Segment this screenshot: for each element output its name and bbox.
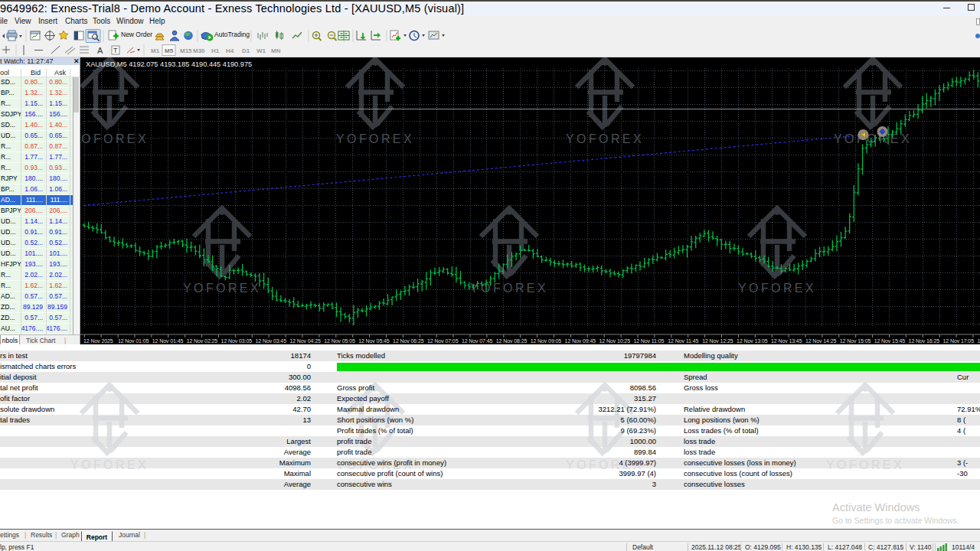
svg-text:YOFOREX: YOFOREX — [566, 132, 644, 145]
svg-text:12 Nov 12:25: 12 Nov 12:25 — [702, 338, 733, 344]
svg-text:12 Nov 17:45: 12 Nov 17:45 — [977, 338, 980, 344]
svg-text:12 Nov 13:05: 12 Nov 13:05 — [737, 338, 768, 344]
svg-text:12 Nov 16:25: 12 Nov 16:25 — [909, 338, 940, 344]
svg-text:12 Nov 03:45: 12 Nov 03:45 — [256, 338, 287, 344]
svg-text:12 Nov 03:05: 12 Nov 03:05 — [221, 338, 253, 344]
svg-text:12 Nov 11:05: 12 Nov 11:05 — [633, 338, 664, 344]
svg-text:12 Nov 06:25: 12 Nov 06:25 — [393, 338, 424, 344]
svg-text:YOFOREX: YOFOREX — [738, 282, 816, 295]
svg-text:12 Nov 17:05: 12 Nov 17:05 — [943, 338, 975, 344]
svg-text:XAUUSD,M5 4192.075 4193.185 4: XAUUSD,M5 4192.075 4193.185 4190.445 419… — [86, 60, 252, 68]
svg-text:12 Nov 07:45: 12 Nov 07:45 — [462, 338, 493, 344]
svg-text:YOFOREX: YOFOREX — [80, 132, 149, 145]
svg-text:12 Nov 05:45: 12 Nov 05:45 — [358, 338, 390, 344]
svg-text:12 Nov 01:05: 12 Nov 01:05 — [118, 338, 149, 344]
svg-text:12 Nov 13:45: 12 Nov 13:45 — [771, 338, 802, 344]
svg-text:12 Nov 04:25: 12 Nov 04:25 — [289, 338, 321, 344]
svg-text:T: T — [113, 47, 118, 54]
svg-text:12 Nov 07:05: 12 Nov 07:05 — [427, 338, 459, 344]
svg-text:YOFOREX: YOFOREX — [834, 132, 912, 145]
svg-text:12 Nov 15:05: 12 Nov 15:05 — [840, 338, 871, 344]
svg-text:12 Nov 15:45: 12 Nov 15:45 — [874, 338, 906, 344]
svg-text:12 Nov 14:25: 12 Nov 14:25 — [805, 338, 837, 344]
svg-text:12 Nov 2025: 12 Nov 2025 — [83, 338, 113, 344]
svg-text:YOFOREX: YOFOREX — [183, 282, 261, 295]
svg-text:YOFOREX: YOFOREX — [336, 132, 414, 145]
svg-text:12 Nov 10:25: 12 Nov 10:25 — [599, 338, 631, 344]
svg-text:12 Nov 11:45: 12 Nov 11:45 — [668, 338, 698, 344]
svg-text:A: A — [97, 46, 103, 55]
svg-text:12 Nov 08:25: 12 Nov 08:25 — [496, 338, 528, 344]
svg-text:12 Nov 05:05: 12 Nov 05:05 — [324, 338, 355, 344]
svg-text:12 Nov 09:45: 12 Nov 09:45 — [565, 338, 596, 344]
svg-text:12 Nov 01:45: 12 Nov 01:45 — [152, 338, 184, 344]
svg-text:12 Nov 02:25: 12 Nov 02:25 — [187, 338, 218, 344]
svg-text:12 Nov 09:05: 12 Nov 09:05 — [531, 338, 562, 344]
